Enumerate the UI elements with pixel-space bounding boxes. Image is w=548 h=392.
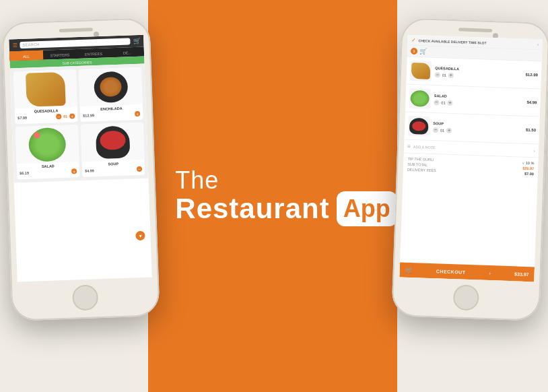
cart-plus-salad[interactable]: + <box>447 100 452 105</box>
title-restaurant: Restaurant <box>175 193 329 225</box>
add-note-label: ADD A NOTE <box>413 145 436 150</box>
items-grid: QUESADILLA $7.99 − 01 + <box>10 64 149 183</box>
filter-button[interactable]: ▼ <box>135 231 145 240</box>
item-price-soup: $4.99 <box>85 168 94 172</box>
cart-price-salad: $4.99 <box>526 100 537 105</box>
item-price-row-soup: $4.99 − <box>82 166 145 174</box>
cart-price-soup: $1.50 <box>526 128 536 133</box>
tab-all[interactable]: ALL <box>9 51 43 61</box>
food-enchilada-img <box>93 71 128 103</box>
cart-qty-row-salad: − 01 + <box>434 100 523 108</box>
title-row: Restaurant App <box>175 191 397 226</box>
delivery-fee-value: $7.00 <box>524 172 534 176</box>
note-chevron: › <box>534 148 536 153</box>
list-item: SALAD $6.19 + <box>15 125 80 179</box>
phone-right-home-btn[interactable] <box>453 284 479 311</box>
cart-details-quesadilla: QUESADILLA − 01 + <box>435 66 522 81</box>
item-image-salad <box>15 125 79 164</box>
cart-img-salad <box>409 88 431 109</box>
item-image-quesadilla <box>13 69 77 108</box>
tip-percent: 10 % <box>526 160 535 164</box>
phone-right: ✓ CHECK AVAILABLE DELIVERY TIME SLOT › 3… <box>391 18 548 321</box>
item-price-row-quesadilla: $7.99 − 01 + <box>15 112 77 121</box>
cart-icon[interactable]: 🛒 <box>133 38 140 44</box>
app-badge: App <box>337 191 397 226</box>
tip-label: TIP THE GURU <box>407 156 434 161</box>
subtotal-label: SUB TOTAL <box>407 162 427 167</box>
cart-minus-quesadilla[interactable]: − <box>435 72 440 77</box>
cart-item-salad: SALAD − 01 + $4.99 <box>405 85 541 117</box>
cart-qty-row-soup: − 01 + <box>433 127 522 136</box>
list-item: QUESADILLA $7.99 − 01 + <box>13 69 78 124</box>
list-item: SOUP $4.99 − <box>81 123 145 177</box>
list-item: ENCHILADA $12.99 + <box>79 67 143 122</box>
qty-control-salad: + <box>71 168 77 174</box>
cart-qty-row-quesadilla: − 01 + <box>435 72 522 81</box>
search-input[interactable]: SEARCH <box>20 38 130 48</box>
qty-plus-quesadilla[interactable]: + <box>69 113 75 119</box>
delivery-info: ✓ CHECK AVAILABLE DELIVERY TIME SLOT <box>411 37 486 46</box>
note-icon: ≡ <box>407 143 411 150</box>
phone-right-screen: ✓ CHECK AVAILABLE DELIVERY TIME SLOT › 3… <box>399 35 542 282</box>
cart-details-salad: SALAD − 01 + <box>434 94 523 108</box>
item-image-soup <box>81 123 145 162</box>
qty-plus-enchilada[interactable]: + <box>135 111 140 117</box>
title-the: The <box>175 166 397 195</box>
cart-qty-salad: 01 <box>441 100 445 104</box>
cart-minus-soup[interactable]: − <box>433 127 438 133</box>
item-image-enchilada <box>79 67 143 106</box>
qty-plus-salad[interactable]: + <box>71 168 77 174</box>
checkout-button[interactable]: 🛒 CHECKOUT › $33.97 <box>399 262 535 282</box>
cart-qty-quesadilla: 01 <box>442 73 446 77</box>
cart-plus-quesadilla[interactable]: + <box>448 72 454 77</box>
qty-minus-soup[interactable]: − <box>137 166 142 172</box>
menu-icon[interactable]: ☰ <box>12 42 17 48</box>
food-salad-img <box>28 127 67 162</box>
center-panel: The Restaurant App <box>148 0 397 392</box>
phone-left-home-btn[interactable] <box>72 284 98 311</box>
tab-starters[interactable]: STARTERS <box>43 49 77 60</box>
food-mini-quesadilla-img <box>411 63 431 79</box>
cart-items: QUESADILLA − 01 + $12.99 <box>404 57 541 145</box>
qty-control-enchilada: + <box>135 111 140 117</box>
qty-control-quesadilla: − 01 + <box>56 113 75 119</box>
main-scene: The Restaurant App ☰ SEARCH 🛒 <box>0 0 548 392</box>
cart-details-soup: SOUP − 01 + <box>433 121 522 136</box>
item-price-salad: $6.19 <box>20 171 29 175</box>
food-mini-soup-img <box>409 118 429 135</box>
checkout-cart-icon: 🛒 <box>405 267 413 273</box>
cart-icon-right: 🛒 <box>419 48 427 55</box>
tab-more[interactable]: DE... <box>110 47 144 58</box>
cart-badge: 3 <box>411 48 417 55</box>
cart-plus-soup[interactable]: + <box>446 127 452 133</box>
cart-price-quesadilla: $12.99 <box>525 73 538 77</box>
cart-img-soup <box>408 116 430 137</box>
delivery-slot-text: CHECK AVAILABLE DELIVERY TIME SLOT <box>419 38 487 45</box>
tip-chevron-down: ∨ <box>522 160 524 165</box>
qty-control-soup: − <box>137 166 142 172</box>
cart-minus-salad[interactable]: − <box>434 100 439 105</box>
phone-left-shell: ☰ SEARCH 🛒 ALL STARTERS ENTREES <box>1 18 160 321</box>
phone-right-shell: ✓ CHECK AVAILABLE DELIVERY TIME SLOT › 3… <box>391 18 548 321</box>
check-icon: ✓ <box>411 37 415 43</box>
checkout-amount: $33.97 <box>514 271 529 277</box>
delivery-fee-label: DELIVERY FEES <box>407 168 436 172</box>
food-mini-salad-img <box>410 90 430 107</box>
subtotal-value: $26.97 <box>522 166 534 171</box>
tip-control[interactable]: ∨ 10 % <box>522 160 535 166</box>
food-soup-img <box>95 125 130 159</box>
phone-left: ☰ SEARCH 🛒 ALL STARTERS ENTREES <box>1 18 160 321</box>
qty-minus-quesadilla[interactable]: − <box>56 114 61 119</box>
tab-entrees[interactable]: ENTREES <box>77 48 110 59</box>
app-title: The Restaurant App <box>148 166 397 226</box>
phone-right-speaker <box>458 28 492 32</box>
phone-left-speaker <box>59 28 93 32</box>
qty-value-quesadilla: 01 <box>63 115 68 119</box>
order-totals: TIP THE GURU ∨ 10 % SUB TOTAL $26.97 DEL… <box>403 154 539 181</box>
title-app: App <box>343 195 390 222</box>
item-price-enchilada: $12.99 <box>83 113 94 118</box>
food-quesadilla-img <box>25 71 65 106</box>
cart-area: 3 🛒 <box>411 48 427 55</box>
phone-left-screen: ☰ SEARCH 🛒 ALL STARTERS ENTREES <box>9 35 151 282</box>
item-price-row-salad: $6.19 + <box>17 168 79 176</box>
